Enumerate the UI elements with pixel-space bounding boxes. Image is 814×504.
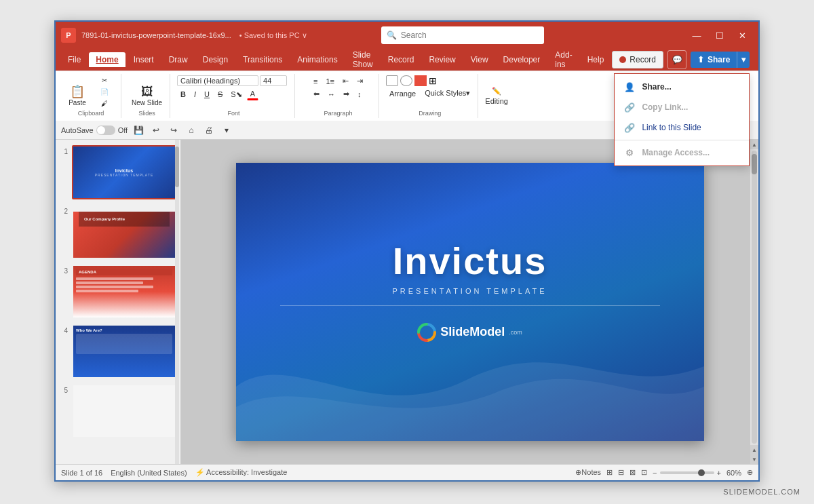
tab-home[interactable]: Home [89,52,125,67]
canvas-scrollbar[interactable]: ▲ ▲ ▼ [750,140,758,464]
ribbon-group-clipboard: 📋 Paste ✂ 📄 🖌 C [61,74,121,118]
share-dropdown-arrow[interactable]: ▾ [737,52,750,68]
tab-addins[interactable]: Add-ins [548,47,579,72]
shape-rect[interactable] [386,75,398,86]
autosave-switch[interactable] [96,125,115,135]
slide-panel[interactable]: 1 Invictus PRESENTATION TEMPLATE 2 Our C… [56,140,181,464]
zoom-track [660,471,714,474]
scroll-up-arrow[interactable]: ▲ [750,140,758,149]
slide-image-2[interactable]: Our Company Profile [72,205,176,259]
zoom-out-button[interactable]: − [653,469,657,477]
more-qa-button[interactable]: ▾ [220,123,233,137]
autosave-label: AutoSave [61,126,94,134]
slide-panel-scrollbar[interactable] [175,140,179,464]
shape-oval[interactable] [400,75,412,86]
numbered-list-button[interactable]: 1≡ [322,75,338,87]
font-family-selector[interactable] [177,75,258,86]
indent-decrease-button[interactable]: ⇤ [339,75,352,87]
dropdown-copy-link[interactable]: 🔗 Copy Link... [615,97,749,117]
quick-styles-button[interactable]: Quick Styles▾ [421,88,473,99]
font-color-button[interactable]: A [247,88,258,100]
search-box[interactable]: 🔍 [381,26,544,44]
tab-view[interactable]: View [464,52,495,67]
slide-thumb-5[interactable]: 5 [60,384,176,438]
tab-animations[interactable]: Animations [290,52,344,67]
underline-button[interactable]: U [201,88,213,100]
undo-button[interactable]: ↩ [149,123,163,137]
tab-file[interactable]: File [61,52,88,67]
slide-thumb-4[interactable]: 4 Who We Are? [60,324,176,379]
editing-group: ✏️ Editing [481,74,512,118]
scroll-down-arrow1[interactable]: ▲ [750,445,758,454]
paste-button[interactable]: 📋 Paste [65,83,90,109]
tab-transitions[interactable]: Transitions [236,52,289,67]
comment-button[interactable]: 💬 [667,50,686,69]
share-button-group[interactable]: ⬆ Share ▾ 👤 Share... 🔗 Copy Link... [691,52,750,68]
reading-view-button[interactable]: ⊠ [629,468,636,477]
slide-image-4[interactable]: Who We Are? [72,324,176,379]
dropdown-manage-access[interactable]: ⚙ Manage Access... [615,142,749,163]
slide-thumb-2[interactable]: 2 Our Company Profile [60,205,176,259]
strikethrough-button[interactable]: S [214,88,226,100]
slide-number-4: 4 [60,327,68,334]
slide-sorter-button[interactable]: ⊟ [618,468,624,477]
tab-draw[interactable]: Draw [162,52,195,67]
tab-record[interactable]: Record [381,52,421,67]
slide-number-5: 5 [60,387,68,394]
tab-slideshow[interactable]: Slide Show [346,47,380,72]
bold-button[interactable]: B [177,88,189,100]
print-button[interactable]: 🖨 [202,123,216,137]
minimize-button[interactable]: — [686,27,707,43]
align-right-button[interactable]: ➡ [340,88,353,100]
redo-button[interactable]: ↪ [167,123,180,137]
cut-button[interactable]: ✂ [92,75,117,85]
indent-increase-button[interactable]: ⇥ [353,75,366,87]
tab-developer[interactable]: Developer [497,52,547,67]
tab-insert[interactable]: Insert [127,52,161,67]
slide-thumb-3[interactable]: 3 AGENDA [60,265,176,319]
share-button-main[interactable]: ⬆ Share [691,52,737,68]
bullet-list-button[interactable]: ≡ [310,75,321,87]
slide-image-1[interactable]: Invictus PRESENTATION TEMPLATE [72,145,176,199]
maximize-button[interactable]: ☐ [710,27,730,43]
presenter-view-button[interactable]: ⊡ [641,468,647,477]
fit-page-button[interactable]: ⊕ [747,468,753,477]
status-right: ⊕Notes ⊞ ⊟ ⊠ ⊡ − + 60% ⊕ [575,468,753,477]
close-button[interactable]: ✕ [733,27,753,43]
italic-button[interactable]: I [191,88,199,100]
search-input[interactable] [401,31,539,40]
tab-design[interactable]: Design [196,52,235,67]
slide-number-3: 3 [60,267,68,275]
font-size-selector[interactable] [260,75,287,86]
slide-image-5[interactable] [72,384,176,438]
zoom-in-button[interactable]: + [717,469,721,477]
scroll-down-arrow2[interactable]: ▼ [750,454,758,464]
dropdown-link-slide[interactable]: 🔗 Link to this Slide [615,117,749,138]
tab-review[interactable]: Review [422,52,462,67]
slide-thumb-1[interactable]: 1 Invictus PRESENTATION TEMPLATE [60,145,176,199]
toggle-knob [97,126,105,134]
arrange-button[interactable]: Arrange [386,88,419,99]
shapes-more-button[interactable]: ⊞ [429,75,437,86]
shape-color1[interactable] [414,75,427,86]
align-left-button[interactable]: ⬅ [310,88,323,100]
scrollbar-thumb [175,147,179,187]
normal-view-button[interactable]: ⊞ [606,468,613,477]
slide-image-3[interactable]: AGENDA [72,265,176,319]
dropdown-share[interactable]: 👤 Share... [615,77,749,97]
new-slide-button[interactable]: 🖼 New Slide [128,83,166,109]
format-painter-button[interactable]: 🖌 [92,98,117,109]
copy-button[interactable]: 📄 [92,87,117,97]
shadow-button[interactable]: S⬊ [227,88,245,100]
accessibility-info[interactable]: ⚡ Accessibility: Investigate [195,468,288,477]
align-center-button[interactable]: ↔ [324,88,338,100]
slidemodel-logo-icon [417,323,436,342]
zoom-level: 60% [726,469,741,477]
line-spacing-button[interactable]: ↕ [354,88,365,100]
notes-button[interactable]: ⊕Notes [575,468,601,477]
home-button[interactable]: ⌂ [185,123,198,137]
save-button[interactable]: 💾 [132,123,145,137]
tab-help[interactable]: Help [581,52,611,67]
zoom-slider[interactable]: − + [653,469,721,477]
record-button[interactable]: Record [612,51,663,69]
